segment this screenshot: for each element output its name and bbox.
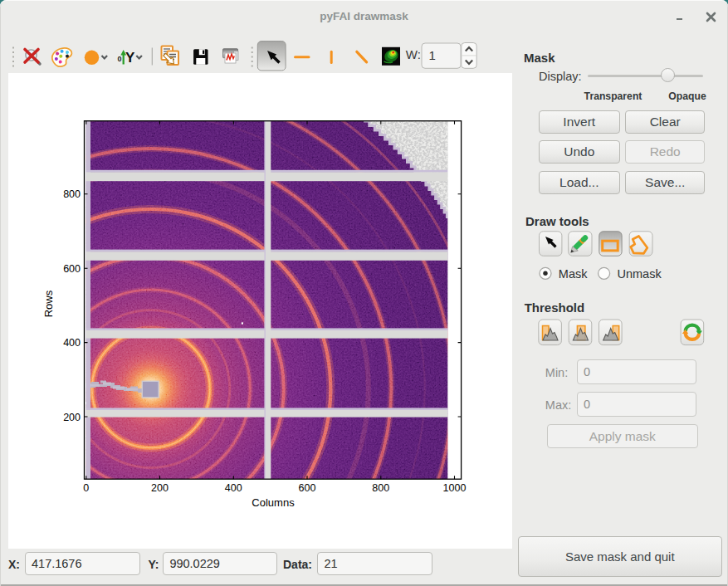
svg-text:800: 800 [63,188,81,200]
svg-text:W:: W: [406,47,421,61]
svg-text:600: 600 [299,482,316,494]
svg-text:1000: 1000 [443,482,467,494]
svg-text:400: 400 [63,337,81,349]
svg-text:Rows: Rows [42,290,55,317]
svg-text:Columns: Columns [252,496,295,509]
svg-text:800: 800 [372,482,389,494]
svg-text:600: 600 [63,263,81,275]
svg-text:0: 0 [118,55,122,63]
svg-text:Y: Y [125,50,135,66]
svg-text:1: 1 [429,48,436,62]
svg-text:400: 400 [225,482,242,494]
svg-text:200: 200 [151,482,169,494]
svg-text:Unmask: Unmask [618,267,662,281]
svg-text:Mask: Mask [559,267,588,281]
svg-text:0: 0 [83,482,89,494]
svg-text:200: 200 [63,412,81,423]
